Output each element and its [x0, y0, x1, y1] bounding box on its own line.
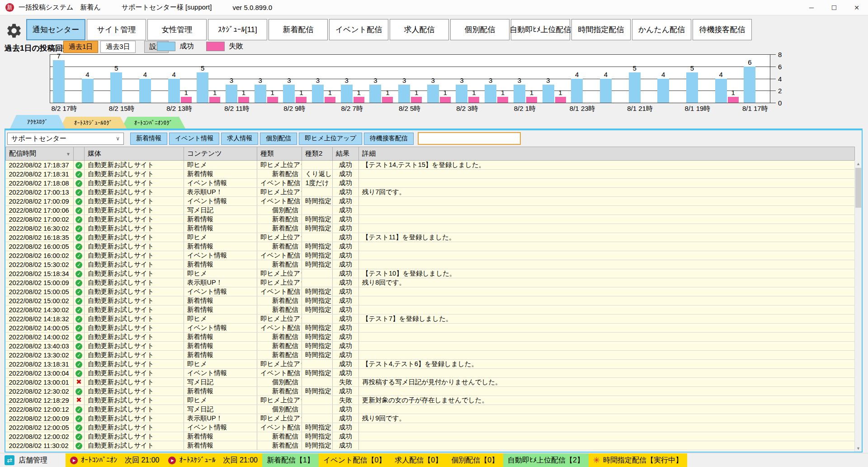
table-scrollbar[interactable]: ▲ ▼: [854, 160, 862, 452]
table-row[interactable]: 2022/08/02 16:18:35✓自動更新お試しサイト即ヒメ即ヒメ上位アッ…: [6, 233, 855, 242]
tab-auto-schedule-log[interactable]: ｵｰﾄｽｹｼﾞｭｰﾙﾛｸﾞ: [60, 117, 127, 129]
scroll-up-icon[interactable]: ▲: [855, 160, 862, 167]
failure-bar: [382, 97, 393, 103]
table-row[interactable]: 2022/08/02 12:00:02✓自動更新お試しサイト新着情報新着配信時間…: [6, 432, 855, 441]
cell-time: 2022/08/02 12:00:05: [6, 423, 74, 432]
table-row[interactable]: 2022/08/02 13:40:03✓自動更新お試しサイト新着情報新着配信時間…: [6, 342, 855, 351]
table-row[interactable]: 2022/08/02 13:00:01✖自動更新お試しサイト写メ日記個別配信失敗…: [6, 378, 855, 387]
app-title: 一括投稿システム 新着ん: [19, 3, 101, 12]
table-row[interactable]: 2022/08/02 14:18:32✓自動更新お試しサイト即ヒメ即ヒメ上位アッ…: [6, 315, 855, 324]
success-check-icon: ✓: [75, 415, 82, 422]
table-row[interactable]: 2022/08/02 12:00:09✓自動更新お試しサイト表示順UP！即ヒメ上…: [6, 414, 855, 423]
cell-type2: [302, 161, 333, 170]
cell-status-icon: ✓: [74, 260, 85, 269]
success-bar: [110, 72, 122, 103]
store-management[interactable]: ⇄ 店舗管理: [5, 453, 47, 467]
table-row[interactable]: 2022/08/02 12:00:05✓自動更新お試しサイトイベント情報イベント…: [6, 423, 855, 432]
bar-value-label: 4: [604, 71, 608, 78]
cell-media: 自動更新お試しサイト: [85, 396, 184, 405]
settings-gear-icon[interactable]: [5, 22, 23, 39]
table-row[interactable]: 2022/08/02 14:00:05✓自動更新お試しサイトイベント情報イベント…: [6, 324, 855, 333]
filter-button[interactable]: 新着情報: [130, 133, 167, 145]
nav-button[interactable]: イベント配信: [329, 19, 388, 40]
nav-button[interactable]: 自動即ﾋﾒ上位配信: [511, 19, 570, 40]
success-check-icon: ✓: [75, 434, 82, 440]
nav-button[interactable]: 新着配信: [269, 19, 328, 40]
close-button[interactable]: ✕: [845, 0, 868, 15]
status-item: イベント配信【0】: [319, 453, 390, 467]
table-row[interactable]: 2022/08/02 17:00:09✓自動更新お試しサイトイベント情報イベント…: [6, 197, 855, 206]
table-row[interactable]: 2022/08/02 13:30:02✓自動更新お試しサイト新着情報新着配信時間…: [6, 351, 855, 360]
minimize-button[interactable]: ─: [800, 0, 823, 15]
scrollbar-thumb[interactable]: [855, 168, 861, 208]
chart-legend: 成功失敗: [157, 42, 251, 51]
table-row[interactable]: 2022/08/02 17:00:13✓自動更新お試しサイト表示順UP！即ヒメ上…: [6, 188, 855, 197]
filter-button[interactable]: 待機接客配信: [364, 133, 414, 145]
nav-button[interactable]: ｽｹｼﾞｭｰﾙ[11]: [208, 19, 267, 40]
hour-slot: 4: [137, 54, 165, 103]
cell-time: 2022/08/02 13:00:01: [6, 378, 74, 387]
nav-button[interactable]: かんたん配信: [632, 19, 691, 40]
filter-button[interactable]: 個別配信: [260, 133, 297, 145]
table-row[interactable]: 2022/08/02 15:18:34✓自動更新お試しサイト即ヒメ即ヒメ上位アッ…: [6, 269, 855, 278]
bar-value-label: 4: [85, 71, 89, 78]
table-row[interactable]: 2022/08/02 16:00:02✓自動更新お試しサイトイベント情報イベント…: [6, 251, 855, 260]
bar-value-label: 3: [345, 76, 349, 84]
success-check-icon: ✓: [75, 352, 82, 359]
nav-button[interactable]: 通知センター: [26, 19, 85, 40]
table-row[interactable]: 2022/08/02 12:30:02✓自動更新お試しサイト新着情報新着配信時間…: [6, 387, 855, 396]
cell-type2: 1度だけ: [302, 179, 333, 188]
table-row[interactable]: 2022/08/02 17:18:31✓自動更新お試しサイト新着情報新着配信くり…: [6, 170, 855, 179]
filter-button[interactable]: イベント情報: [169, 133, 219, 145]
maximize-button[interactable]: ☐: [823, 0, 845, 15]
hour-slot: 4: [597, 54, 626, 103]
nav-button[interactable]: 女性管理: [147, 19, 207, 40]
table-row[interactable]: 2022/08/02 16:30:02✓自動更新お試しサイト新着情報新着配信時間…: [6, 224, 855, 233]
cell-content: イベント情報: [184, 197, 257, 206]
table-row[interactable]: 2022/08/02 15:00:02✓自動更新お試しサイト新着情報新着配信時間…: [6, 296, 855, 305]
tab-access-log[interactable]: ｱｸｾｽﾛｸﾞ: [10, 115, 65, 129]
nav-button[interactable]: 待機接客配信: [693, 19, 752, 40]
filter-button[interactable]: 即ヒメ上位アップ: [299, 133, 362, 145]
cell-detail: [359, 333, 855, 342]
search-input[interactable]: [418, 132, 521, 145]
cell-content: 即ヒメ: [184, 315, 257, 324]
table-row[interactable]: 2022/08/02 15:00:05✓自動更新お試しサイトイベント情報イベント…: [6, 287, 855, 296]
column-header[interactable]: 配信時間▼: [6, 147, 74, 161]
nav-button[interactable]: 求人配信: [390, 19, 449, 40]
table-row[interactable]: 2022/08/02 15:00:09✓自動更新お試しサイト表示順UP！即ヒメ上…: [6, 278, 855, 287]
nav-button[interactable]: 個別配信: [450, 19, 509, 40]
cell-content: 新着情報: [184, 351, 257, 360]
table-row[interactable]: 2022/08/02 13:18:31✓自動更新お試しサイト即ヒメ即ヒメ上位アッ…: [6, 360, 855, 369]
range-button[interactable]: 過去1日: [63, 41, 98, 53]
store-management-label: 店舗管理: [19, 456, 47, 465]
table-row[interactable]: 2022/08/02 15:30:02✓自動更新お試しサイト新着情報新着配信時間…: [6, 260, 855, 269]
table-row[interactable]: 2022/08/02 17:18:37✓自動更新お試しサイト即ヒメ即ヒメ上位アッ…: [6, 161, 855, 170]
sort-arrow-icon[interactable]: ▼: [66, 151, 71, 156]
table-row[interactable]: 2022/08/02 16:00:05✓自動更新お試しサイト新着情報新着配信時間…: [6, 242, 855, 251]
success-check-icon: ✓: [75, 243, 82, 250]
filter-button[interactable]: 求人情報: [221, 133, 258, 145]
failure-bar: [181, 97, 192, 103]
table-row[interactable]: 2022/08/02 13:00:04✓自動更新お試しサイトイベント情報イベント…: [6, 369, 855, 378]
bar-value-label: 1: [415, 89, 418, 96]
range-button[interactable]: 過去3日: [100, 41, 135, 53]
cell-content: イベント情報: [184, 251, 257, 260]
table-row[interactable]: 2022/08/02 11:30:02✓自動更新お試しサイト新着情報新着配信時間…: [6, 441, 855, 450]
table-row[interactable]: 2022/08/02 17:00:06✓自動更新お試しサイト写メ日記個別配信成功: [6, 206, 855, 215]
table-row[interactable]: 2022/08/02 17:00:02✓自動更新お試しサイト新着情報新着配信時間…: [6, 215, 855, 224]
scroll-down-icon[interactable]: ▼: [855, 445, 862, 452]
table-row[interactable]: 2022/08/02 12:00:12✓自動更新お試しサイト写メ日記個別配信成功: [6, 405, 855, 414]
nav-button[interactable]: 時間指定配信: [571, 19, 631, 40]
bar-value-label: 1: [242, 89, 245, 96]
site-select[interactable]: サポートセンター ∨: [7, 133, 124, 145]
table-row[interactable]: 2022/08/02 12:18:29✖自動更新お試しサイト即ヒメ即ヒメ上位アッ…: [6, 396, 855, 405]
table-row[interactable]: 2022/08/02 14:00:02✓自動更新お試しサイト新着情報新着配信時間…: [6, 333, 855, 342]
nav-button[interactable]: サイト管理: [87, 19, 146, 40]
failure-bar: [354, 97, 364, 103]
table-row[interactable]: 2022/08/02 14:30:02✓自動更新お試しサイト新着情報新着配信時間…: [6, 305, 855, 315]
table-row[interactable]: 2022/08/02 17:18:08✓自動更新お試しサイトイベント情報イベント…: [6, 179, 855, 188]
tab-auto-companion-log[interactable]: ｵｰﾄｺﾝﾊﾟﾆｵﾝﾛｸﾞ: [121, 117, 185, 129]
bar-value-label: 4: [143, 71, 147, 78]
cell-type2: くり返し: [302, 170, 333, 179]
